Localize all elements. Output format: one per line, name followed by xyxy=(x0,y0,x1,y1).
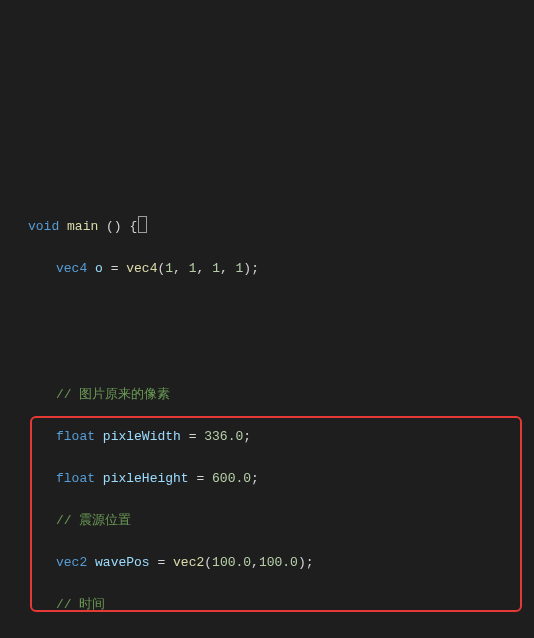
code-line[interactable]: void main () { xyxy=(0,216,534,237)
punct: { xyxy=(129,219,137,234)
punct: ); xyxy=(243,261,259,276)
keyword: vec2 xyxy=(56,555,87,570)
keyword: float xyxy=(56,471,95,486)
number: 100.0 xyxy=(212,555,251,570)
punct: , xyxy=(197,261,213,276)
keyword: void xyxy=(28,219,59,234)
number: 1 xyxy=(189,261,197,276)
number: 100.0 xyxy=(259,555,298,570)
op: = xyxy=(103,261,126,276)
comment: // 图片原来的像素 xyxy=(56,387,170,402)
function: main xyxy=(67,219,98,234)
variable: pixleHeight xyxy=(103,471,189,486)
code-line[interactable]: float pixleHeight = 600.0; xyxy=(0,468,534,489)
code-line[interactable]: // 图片原来的像素 xyxy=(0,384,534,405)
punct: , xyxy=(220,261,236,276)
number: 1 xyxy=(212,261,220,276)
number: 336.0 xyxy=(204,429,243,444)
blank-line[interactable] xyxy=(0,342,534,363)
comment: // 震源位置 xyxy=(56,513,131,528)
function: vec4 xyxy=(126,261,157,276)
op: = xyxy=(189,471,212,486)
punct: ; xyxy=(243,429,251,444)
code-editor[interactable]: void main () { vec4 o = vec4(1, 1, 1, 1)… xyxy=(0,90,534,638)
code-line[interactable]: vec4 o = vec4(1, 1, 1, 1); xyxy=(0,258,534,279)
number: 600.0 xyxy=(212,471,251,486)
code-line[interactable]: // 时间 xyxy=(0,594,534,615)
code-line[interactable]: // 震源位置 xyxy=(0,510,534,531)
keyword: vec4 xyxy=(56,261,87,276)
keyword: float xyxy=(56,429,95,444)
punct: , xyxy=(173,261,189,276)
variable: o xyxy=(95,261,103,276)
punct: ; xyxy=(251,471,259,486)
op: = xyxy=(150,555,173,570)
blank-line[interactable] xyxy=(0,300,534,321)
code-line[interactable]: float pixleWidth = 336.0; xyxy=(0,426,534,447)
punct: () xyxy=(98,219,129,234)
variable: pixleWidth xyxy=(103,429,181,444)
code-line[interactable]: vec2 wavePos = vec2(100.0,100.0); xyxy=(0,552,534,573)
variable: wavePos xyxy=(95,555,150,570)
comment: // 时间 xyxy=(56,597,105,612)
cursor xyxy=(138,216,147,233)
op: = xyxy=(181,429,204,444)
function: vec2 xyxy=(173,555,204,570)
number: 1 xyxy=(165,261,173,276)
